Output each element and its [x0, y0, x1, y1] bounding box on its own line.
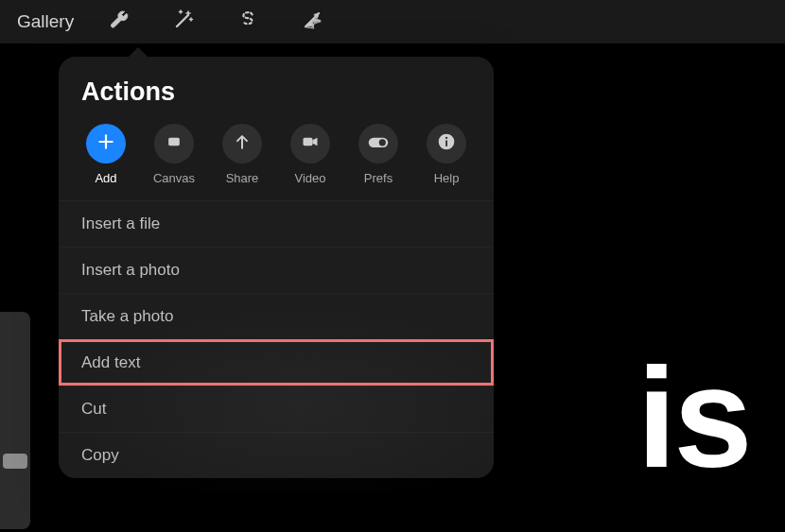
- plus-icon: [96, 132, 115, 155]
- actions-button[interactable]: [87, 0, 151, 43]
- tab-help[interactable]: Help: [418, 124, 475, 185]
- menu-item-insert-photo[interactable]: Insert a photo: [59, 247, 494, 293]
- selection-button[interactable]: [216, 0, 280, 43]
- menu-item-insert-file[interactable]: Insert a file: [59, 200, 494, 247]
- tab-add[interactable]: Add: [78, 124, 134, 185]
- brush-size-slider[interactable]: [0, 312, 30, 529]
- menu-item-add-text[interactable]: Add text: [59, 339, 494, 386]
- tab-label: Help: [434, 171, 460, 185]
- tab-label: Canvas: [153, 171, 195, 185]
- tab-canvas[interactable]: Canvas: [146, 124, 202, 185]
- svg-point-4: [379, 139, 386, 146]
- wrench-icon: [108, 9, 131, 35]
- selection-s-icon: [237, 9, 258, 34]
- canvas-rect-icon: [165, 132, 183, 155]
- adjustments-button[interactable]: [151, 0, 216, 43]
- info-icon: [437, 132, 456, 155]
- arrow-up-icon: [233, 132, 252, 155]
- actions-tab-row: Add Canvas Share Vid: [59, 124, 494, 200]
- slider-thumb[interactable]: [3, 454, 27, 469]
- svg-rect-6: [445, 140, 447, 146]
- menu-item-take-photo[interactable]: Take a photo: [59, 293, 494, 339]
- actions-panel: Actions Add Canvas Sh: [59, 57, 494, 478]
- menu-item-copy[interactable]: Copy: [59, 432, 494, 478]
- gallery-button[interactable]: Gallery: [4, 4, 87, 40]
- svg-point-7: [445, 137, 447, 139]
- top-toolbar: Gallery: [0, 0, 785, 43]
- toggle-icon: [367, 132, 390, 155]
- tab-label: Add: [95, 171, 116, 185]
- add-menu-list: Insert a file Insert a photo Take a phot…: [59, 200, 494, 478]
- magic-wand-icon: [172, 9, 195, 35]
- cursor-arrow-icon: [302, 9, 323, 34]
- tab-label: Share: [226, 171, 259, 185]
- canvas-text-layer[interactable]: is n: [637, 336, 785, 500]
- svg-rect-1: [168, 138, 180, 146]
- panel-title: Actions: [59, 77, 494, 124]
- svg-rect-2: [304, 138, 313, 146]
- tab-video[interactable]: Video: [282, 124, 339, 185]
- video-camera-icon: [301, 132, 320, 155]
- tab-label: Prefs: [364, 171, 392, 185]
- menu-item-cut[interactable]: Cut: [59, 386, 494, 432]
- tab-prefs[interactable]: Prefs: [350, 124, 407, 185]
- transform-button[interactable]: [280, 0, 344, 43]
- tab-label: Video: [294, 171, 325, 185]
- tab-share[interactable]: Share: [214, 124, 270, 185]
